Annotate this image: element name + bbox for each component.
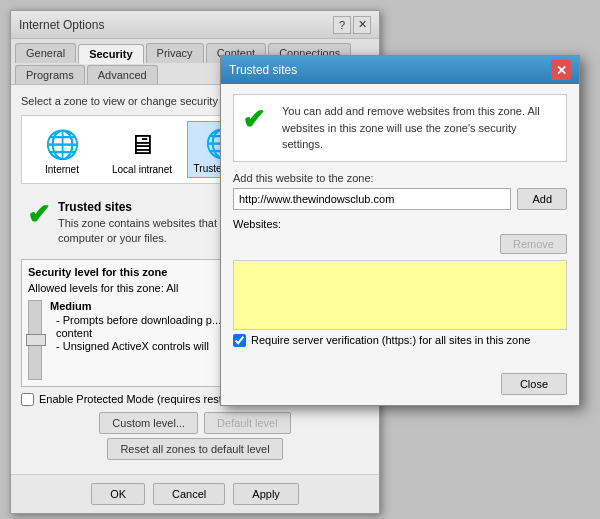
- window-title: Internet Options: [19, 18, 104, 32]
- zone-local-intranet[interactable]: 🖥 Local intranet: [107, 123, 177, 178]
- tab-programs[interactable]: Programs: [15, 65, 85, 84]
- remove-btn-row: Remove: [233, 234, 567, 254]
- https-label: Require server verification (https:) for…: [251, 334, 530, 346]
- tab-security[interactable]: Security: [78, 44, 143, 64]
- dialog-info-text: You can add and remove websites from thi…: [282, 103, 558, 153]
- reset-button[interactable]: Reset all zones to default level: [107, 438, 282, 460]
- https-checkbox-row: Require server verification (https:) for…: [233, 334, 567, 347]
- ok-cancel-row: OK Cancel Apply: [11, 474, 379, 513]
- bottom-buttons: Custom level... Default level: [21, 412, 369, 434]
- dialog-check-icon: ✔: [242, 103, 272, 136]
- reset-button-row: Reset all zones to default level: [21, 438, 369, 460]
- remove-button[interactable]: Remove: [500, 234, 567, 254]
- dialog-info-box: ✔ You can add and remove websites from t…: [233, 94, 567, 162]
- dialog-content: ✔ You can add and remove websites from t…: [221, 84, 579, 367]
- dialog-titlebar: Trusted sites ✕: [221, 56, 579, 84]
- dialog-footer: Close: [221, 367, 579, 405]
- help-button[interactable]: ?: [333, 16, 351, 34]
- titlebar-controls: ? ✕: [333, 16, 371, 34]
- dialog-close-btn-footer[interactable]: Close: [501, 373, 567, 395]
- level-item-2: - Unsigned ActiveX controls will: [56, 340, 221, 352]
- dialog-close-button[interactable]: ✕: [551, 60, 571, 80]
- security-slider[interactable]: [28, 300, 42, 380]
- cancel-button[interactable]: Cancel: [153, 483, 225, 505]
- dialog-title: Trusted sites: [229, 63, 297, 77]
- zone-internet[interactable]: 🌐 Internet: [27, 123, 97, 178]
- level-item-1: content: [56, 327, 221, 339]
- apply-button[interactable]: Apply: [233, 483, 299, 505]
- level-item-0: - Prompts before downloading p...: [56, 314, 221, 326]
- tab-advanced[interactable]: Advanced: [87, 65, 158, 84]
- add-button[interactable]: Add: [517, 188, 567, 210]
- tab-general[interactable]: General: [15, 43, 76, 63]
- internet-icon: 🌐: [44, 126, 80, 162]
- internet-label: Internet: [45, 164, 79, 175]
- add-website-label: Add this website to the zone:: [233, 172, 567, 184]
- ok-button[interactable]: OK: [91, 483, 145, 505]
- default-level-button[interactable]: Default level: [204, 412, 291, 434]
- titlebar: Internet Options ? ✕: [11, 11, 379, 39]
- slider-text: Medium - Prompts before downloading p...…: [50, 300, 221, 353]
- intranet-icon: 🖥: [124, 126, 160, 162]
- tab-privacy[interactable]: Privacy: [146, 43, 204, 63]
- websites-label: Websites:: [233, 218, 567, 230]
- protected-mode-checkbox[interactable]: [21, 393, 34, 406]
- slider-thumb: [26, 334, 46, 346]
- url-input[interactable]: [233, 188, 511, 210]
- close-button[interactable]: ✕: [353, 16, 371, 34]
- intranet-label: Local intranet: [112, 164, 172, 175]
- trusted-sites-dialog: Trusted sites ✕ ✔ You can add and remove…: [220, 55, 580, 406]
- trusted-check-icon: ✔: [27, 198, 50, 231]
- websites-list[interactable]: [233, 260, 567, 330]
- url-input-row: Add: [233, 188, 567, 210]
- https-checkbox[interactable]: [233, 334, 246, 347]
- protected-mode-label: Enable Protected Mode (requires resta: [39, 393, 228, 405]
- custom-level-button[interactable]: Custom level...: [99, 412, 198, 434]
- level-name: Medium: [50, 300, 221, 312]
